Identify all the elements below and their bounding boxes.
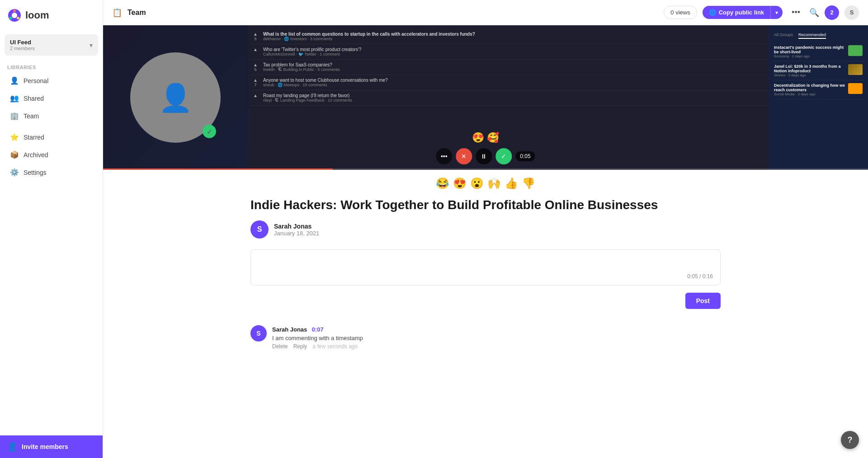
- sidebar-item-starred-label: Starred: [24, 134, 44, 141]
- video-progress-fill: [103, 168, 333, 170]
- invite-members-button[interactable]: 👤 Invite members: [0, 435, 103, 458]
- comment-author-avatar: S: [250, 325, 267, 341]
- libraries-label: Libraries: [0, 59, 103, 72]
- copy-link-label: Copy public link: [719, 9, 764, 16]
- svg-point-1: [12, 13, 17, 18]
- video-container[interactable]: 👤 ✓ ▲ 5 What is the list of common quest…: [103, 25, 868, 170]
- emoji-laugh[interactable]: 😂: [436, 177, 449, 190]
- sidebar-item-team[interactable]: 🏢 Team: [3, 107, 100, 124]
- shared-icon: 👥: [10, 94, 19, 103]
- search-icon: 🔍: [809, 8, 819, 17]
- reply-comment-button[interactable]: Reply: [293, 343, 307, 350]
- video-progress-bar[interactable]: [103, 168, 868, 170]
- video-title: Indie Hackers: Work Together to Build Pr…: [250, 197, 721, 220]
- post-comment-button[interactable]: Post: [685, 293, 721, 309]
- more-options-button[interactable]: •••: [788, 6, 804, 19]
- star-icon: ⭐: [10, 133, 19, 141]
- delete-comment-button[interactable]: Delete: [272, 343, 288, 350]
- ui-feed-title: UI Feed: [10, 39, 35, 46]
- notification-badge[interactable]: 2: [825, 5, 839, 20]
- right-panel-item-1: Instacart's pandemic success might be sh…: [772, 42, 864, 61]
- views-badge[interactable]: 0 views: [664, 6, 697, 19]
- team-nav-icon: 📋: [112, 8, 122, 18]
- comment-author-name: Sarah Jonas: [272, 326, 307, 333]
- tab-all-groups[interactable]: All Groups: [774, 33, 793, 39]
- tab-recommended[interactable]: Recommended: [798, 33, 826, 39]
- search-button[interactable]: 🔍: [809, 8, 819, 18]
- sidebar-item-personal-label: Personal: [24, 77, 48, 84]
- emoji-reactions: 😍 🥰: [472, 132, 499, 144]
- author-row: S Sarah Jonas January 18, 2021: [250, 220, 721, 249]
- emoji-thumbs-up[interactable]: 👍: [505, 177, 518, 190]
- team-icon: 🏢: [10, 112, 19, 120]
- recording-indicator: ✓: [203, 125, 216, 138]
- sidebar-item-archived-label: Archived: [24, 151, 48, 159]
- main-content: 📋 Team 0 views 🌐 Copy public link ▾ ••• …: [103, 0, 868, 458]
- content-area: 👤 ✓ ▲ 5 What is the list of common quest…: [103, 25, 868, 458]
- copy-public-link-button[interactable]: 🌐 Copy public link: [703, 6, 770, 19]
- emoji-surprised[interactable]: 😮: [470, 177, 484, 190]
- video-background: 👤 ✓ ▲ 5 What is the list of common quest…: [103, 25, 868, 170]
- speaker-webcam: 👤 ✓: [130, 52, 221, 143]
- globe-icon: 🌐: [709, 9, 716, 16]
- user-avatar[interactable]: S: [844, 5, 859, 20]
- right-panel-thumb-3: [848, 83, 863, 94]
- settings-icon: ⚙️: [10, 168, 19, 177]
- ui-feed-members: 2 members: [10, 46, 35, 51]
- author-date: January 18, 2021: [274, 230, 319, 237]
- confirm-button[interactable]: ✓: [495, 148, 512, 164]
- right-panel-tabs: All Groups Recommended: [772, 29, 864, 42]
- logo-text: loom: [25, 9, 49, 21]
- right-panel-item-3: Decentralization is changing how we reac…: [772, 80, 864, 99]
- svg-point-2: [13, 9, 16, 12]
- chevron-down-icon: ▾: [90, 42, 93, 49]
- personal-icon: 👤: [10, 76, 19, 85]
- comment-content: Sarah Jonas 0:07 I am commenting with a …: [272, 325, 363, 350]
- invite-members-label: Invite members: [22, 443, 68, 450]
- comment-actions: Delete Reply a few seconds ago: [272, 343, 363, 350]
- emoji-raised-hands[interactable]: 🙌: [487, 177, 501, 190]
- author-name: Sarah Jonas: [274, 223, 319, 230]
- sidebar-item-team-label: Team: [24, 112, 39, 120]
- emoji-thumbs-down[interactable]: 👎: [522, 177, 535, 190]
- sidebar: loom UI Feed 2 members ▾ Libraries 👤 Per…: [0, 0, 103, 458]
- help-button[interactable]: ?: [841, 431, 859, 449]
- reaction-heart-eyes: 😍: [472, 132, 484, 144]
- reaction-hearts: 🥰: [487, 132, 499, 144]
- sidebar-item-settings[interactable]: ⚙️ Settings: [3, 164, 100, 181]
- svg-point-4: [9, 17, 12, 19]
- sidebar-item-archived[interactable]: 📦 Archived: [3, 146, 100, 163]
- emoji-heart-eyes[interactable]: 😍: [453, 177, 467, 190]
- right-panel-thumb-1: [848, 45, 863, 56]
- comment-input-box[interactable]: 0:05 / 0:16: [250, 249, 721, 285]
- sidebar-item-personal[interactable]: 👤 Personal: [3, 72, 100, 89]
- archive-icon: 📦: [10, 150, 19, 159]
- copy-link-dropdown-button[interactable]: ▾: [770, 6, 783, 19]
- right-panel-thumb-2: [848, 64, 863, 75]
- video-controls: ••• ✕ ⏸ ✓ 0:05: [436, 148, 535, 164]
- sidebar-item-starred[interactable]: ⭐ Starred: [3, 129, 100, 145]
- emoji-reaction-bar: 😂 😍 😮 🙌 👍 👎: [250, 170, 721, 197]
- post-button-container: Post: [250, 293, 721, 309]
- comment-text: I am commenting with a timestamp: [272, 335, 363, 341]
- logo[interactable]: loom: [0, 0, 103, 31]
- below-video-content: 😂 😍 😮 🙌 👍 👎 Indie Hackers: Work Together…: [214, 170, 757, 355]
- video-timer: 0:05: [515, 151, 535, 161]
- sidebar-item-settings-label: Settings: [24, 169, 47, 176]
- sidebar-item-shared[interactable]: 👥 Shared: [3, 90, 100, 107]
- ui-feed-block[interactable]: UI Feed 2 members ▾: [5, 34, 98, 56]
- author-avatar: S: [250, 220, 269, 238]
- pause-button[interactable]: ⏸: [476, 148, 492, 164]
- comment-time: a few seconds ago: [312, 343, 358, 350]
- stop-button[interactable]: ✕: [456, 148, 472, 164]
- comment-timestamp-display: 0:05 / 0:16: [687, 273, 713, 280]
- sidebar-item-shared-label: Shared: [24, 95, 44, 102]
- comments-list: S Sarah Jonas 0:07 I am commenting with …: [250, 320, 721, 355]
- invite-icon: 👤: [7, 442, 17, 452]
- more-controls-button[interactable]: •••: [436, 148, 452, 164]
- topbar-title: Team: [127, 9, 658, 17]
- comment-timestamp-link[interactable]: 0:07: [312, 326, 324, 333]
- comment-item: S Sarah Jonas 0:07 I am commenting with …: [250, 320, 721, 355]
- loom-logo-icon: [7, 8, 22, 23]
- right-panel: All Groups Recommended Instacart's pande…: [769, 25, 868, 170]
